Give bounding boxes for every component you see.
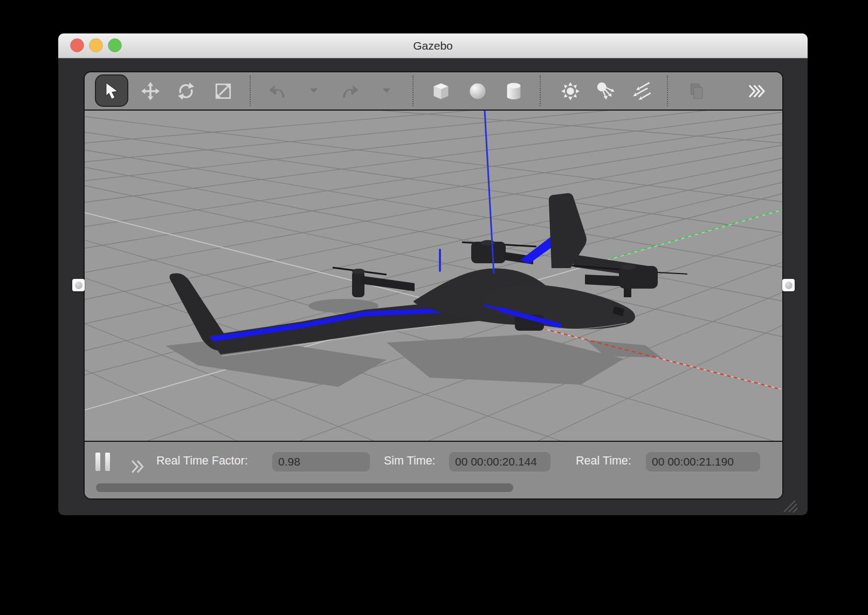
statusbar: Real Time Factor: 0.98 Sim Time: 00 00:0…	[85, 441, 782, 500]
insert-box-button[interactable]	[431, 81, 451, 101]
insert-cylinder-button[interactable]	[504, 81, 524, 101]
toolbar-separator	[250, 76, 251, 106]
scale-icon	[214, 82, 232, 100]
redo-history-button[interactable]	[383, 88, 390, 93]
sphere-icon	[468, 81, 487, 101]
rotate-icon	[177, 82, 195, 100]
real-time-factor-label: Real Time Factor:	[156, 450, 248, 472]
rotate-tool-button[interactable]	[176, 81, 196, 101]
sim-time-value: 00 00:00:20.144	[449, 452, 550, 472]
overflow-chevrons-icon	[747, 84, 767, 99]
undo-button[interactable]	[267, 81, 288, 101]
pause-bar	[105, 453, 110, 471]
double-chevron-icon	[130, 459, 146, 474]
cylinder-icon	[504, 81, 523, 101]
pause-bar	[95, 453, 100, 471]
resize-grip[interactable]	[780, 495, 799, 514]
paste-icon	[687, 82, 705, 100]
scene	[85, 111, 782, 441]
box-icon	[431, 81, 451, 101]
translate-tool-button[interactable]	[140, 81, 161, 101]
undo-icon	[267, 82, 288, 100]
toolbar-separator	[667, 76, 668, 106]
toolbar-separator	[540, 76, 541, 106]
real-time-factor-value: 0.98	[272, 452, 370, 472]
translate-icon	[141, 82, 160, 100]
left-splitter-handle[interactable]	[72, 279, 85, 291]
real-time-value: 00 00:00:21.190	[646, 452, 760, 472]
main-panel: Real Time Factor: 0.98 Sim Time: 00 00:0…	[84, 71, 783, 500]
redo-icon	[340, 82, 360, 100]
titlebar: Gazebo	[58, 33, 808, 58]
select-tool-button[interactable]	[95, 74, 128, 107]
screen: Gazebo	[0, 0, 868, 615]
gazebo-window: Gazebo	[58, 33, 808, 515]
more-tools-button[interactable]	[747, 81, 767, 101]
sim-time-label: Sim Time:	[384, 450, 436, 472]
directional-light-icon	[632, 81, 651, 101]
expand-playback-button[interactable]	[130, 459, 146, 476]
toolbar-separator	[412, 76, 414, 106]
spot-light-icon	[596, 81, 615, 101]
real-time-label: Real Time:	[576, 450, 631, 472]
redo-button[interactable]	[340, 81, 360, 101]
rotor-pod	[352, 271, 364, 297]
insert-point-light-button[interactable]	[560, 81, 581, 101]
insert-sphere-button[interactable]	[467, 81, 488, 101]
undo-history-button[interactable]	[310, 88, 318, 93]
paste-button[interactable]	[686, 81, 706, 101]
scale-tool-button[interactable]	[213, 81, 233, 101]
render-viewport[interactable]	[85, 111, 782, 441]
window-title: Gazebo	[58, 33, 808, 58]
toolbar	[85, 72, 782, 111]
right-splitter-handle[interactable]	[782, 279, 795, 291]
point-light-icon	[561, 81, 580, 101]
insert-spot-light-button[interactable]	[595, 81, 616, 101]
horizontal-scrollbar[interactable]	[96, 483, 513, 492]
pause-button[interactable]	[95, 453, 115, 472]
arrow-cursor-icon	[102, 81, 121, 100]
insert-directional-light-button[interactable]	[631, 81, 652, 101]
